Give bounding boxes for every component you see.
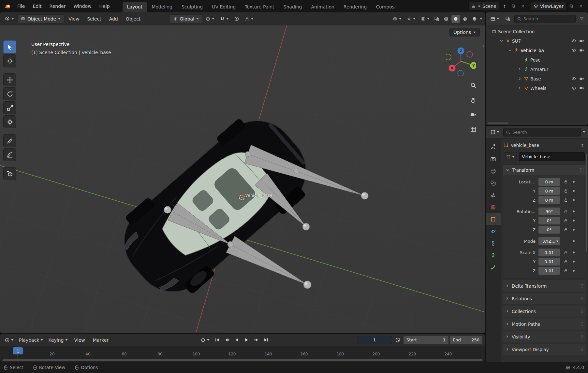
outliner-filter-image-button[interactable] [503,15,512,22]
pivot-point-dropdown[interactable] [203,15,216,22]
new-viewlayer-button[interactable] [568,2,576,10]
eye-icon[interactable] [571,38,576,43]
proportional-falloff-dropdown[interactable] [243,15,256,22]
animate-dot[interactable] [573,240,575,242]
disclosure-triangle[interactable] [507,48,512,53]
properties-search-input[interactable] [512,130,578,135]
camera-icon[interactable] [579,86,584,91]
animate-dot[interactable] [573,261,575,263]
lock-icon[interactable] [564,198,568,202]
menu-view[interactable]: View [65,15,82,23]
scale-y-field[interactable]: 0.01 [538,258,560,265]
outliner-scrollbar[interactable] [488,122,508,124]
timeline-ruler[interactable]: 20 40 60 80 100 120 140 160 180 200 220 … [0,346,485,362]
scale-z-field[interactable]: 0.01 [538,267,560,275]
rotation-x-field[interactable]: 90° [538,208,560,215]
transform-panel-header[interactable]: Transform [503,165,586,175]
rotation-mode-dropdown[interactable]: XYZ... [538,237,560,245]
delete-viewlayer-button[interactable] [577,2,585,10]
3d-scene[interactable] [0,25,485,333]
rotation-z-field[interactable]: 0° [538,226,560,234]
camera-view-button[interactable] [469,111,477,119]
tab-object-data[interactable] [486,249,501,261]
shading-wireframe-button[interactable] [442,15,450,23]
camera-icon[interactable] [579,48,584,53]
drag-grip-icon[interactable] [580,296,583,301]
play-reverse-button[interactable] [232,336,241,344]
timeline-scrollbar[interactable] [3,359,482,361]
timeline-view-menu[interactable]: View [71,336,88,344]
properties-scrollbar[interactable] [586,154,587,251]
drag-grip-icon[interactable] [580,334,583,339]
timeline-marker-menu[interactable]: Marker [90,336,112,344]
tab-bone[interactable] [486,261,501,273]
tab-rendering[interactable]: Rendering [339,2,372,12]
lock-icon[interactable] [564,218,568,223]
eye-icon[interactable] [571,48,576,53]
tool-transform[interactable] [3,115,16,128]
tab-compositing[interactable]: Composi [371,2,400,12]
outliner-row-wheels[interactable]: Wheels [486,83,588,93]
section-collections[interactable]: Collections [503,306,586,317]
shading-solid-button[interactable] [451,15,460,23]
navigation-gizmo[interactable]: Z Y X [446,46,476,76]
timeline-editor-type-button[interactable] [3,337,16,344]
drag-grip-icon[interactable] [580,322,583,326]
animate-dot[interactable] [573,270,575,272]
shading-dropdown-chevron[interactable] [480,18,482,20]
properties-editor-type-button[interactable] [488,129,501,136]
section-viewport-display[interactable]: Viewport Display [503,344,586,355]
tab-scene[interactable] [486,189,501,201]
properties-search[interactable] [503,128,581,136]
gizmos-dropdown[interactable] [404,15,418,22]
tab-modeling[interactable]: Modeling [147,2,177,12]
animate-dot[interactable] [573,181,575,183]
next-keyframe-button[interactable] [252,336,261,344]
outliner-row-pose[interactable]: Pose [486,55,588,65]
id-type-dropdown[interactable] [504,152,517,161]
lock-icon[interactable] [564,227,568,232]
object-name-field[interactable]: Vehicle_base [519,152,585,161]
scene-selector[interactable]: Scene [468,2,499,10]
eye-icon[interactable] [571,76,576,81]
snap-toggle[interactable] [218,15,231,22]
tool-add-cube[interactable] [3,167,16,180]
tab-sculpting[interactable]: Sculpting [177,2,207,12]
drag-grip-icon[interactable] [580,309,583,314]
menu-render[interactable]: Render [46,2,69,10]
use-preview-range-toggle[interactable] [393,336,402,344]
editor-type-button[interactable] [3,15,16,22]
tab-view-layer[interactable] [486,177,501,189]
lock-icon[interactable] [564,189,568,193]
zoom-button[interactable] [469,81,477,89]
disclosure-triangle[interactable] [517,86,522,91]
section-motion-paths[interactable]: Motion Paths [503,318,586,330]
tool-annotate[interactable] [3,134,16,147]
overlays-dropdown[interactable] [419,15,432,22]
end-frame-field[interactable]: End 250 [450,336,482,344]
current-frame-field[interactable]: 1 [357,336,392,344]
object-visibility-dropdown[interactable] [390,15,404,22]
proportional-editing-toggle[interactable] [232,15,241,22]
animate-dot[interactable] [573,229,575,231]
transform-orientation-dropdown[interactable]: Global [170,14,202,23]
tool-move[interactable] [3,73,16,86]
tool-measure[interactable] [3,148,16,161]
eye-icon[interactable] [571,86,576,91]
section-visibility[interactable]: Visibility [503,331,586,342]
tab-object[interactable] [486,213,501,225]
outliner-row-armature[interactable]: Armatur [486,65,588,74]
drag-grip-icon[interactable] [580,167,583,172]
start-frame-field[interactable]: Start 1 [404,336,448,344]
tab-render[interactable] [486,153,501,165]
viewlayer-selector[interactable]: ViewLayer [531,2,566,10]
animate-dot[interactable] [573,199,575,201]
lock-icon[interactable] [564,268,568,273]
section-delta-transform[interactable]: Delta Transform [503,280,586,292]
lock-icon[interactable] [564,209,568,214]
animate-dot[interactable] [573,220,575,222]
tab-uv-editing[interactable]: UV Editing [207,2,240,12]
shading-material-button[interactable] [461,15,469,23]
outliner-row-scene-collection[interactable]: Scene Collection [486,27,588,36]
camera-icon[interactable] [579,76,584,81]
